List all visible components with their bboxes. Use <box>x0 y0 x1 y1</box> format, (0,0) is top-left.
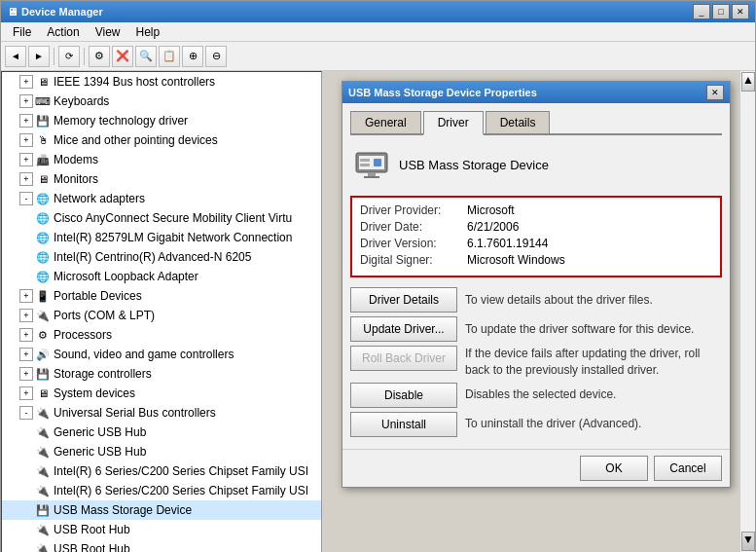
tree-item-ieee[interactable]: + 🖥 IEEE 1394 Bus host controllers <box>2 72 321 92</box>
refresh-button[interactable]: ⟳ <box>58 46 80 67</box>
expander-memory[interactable]: + <box>19 114 33 128</box>
signer-label: Digital Signer: <box>360 253 467 267</box>
tree-item-mice[interactable]: + 🖱 Mice and other pointing devices <box>2 130 321 150</box>
tree-item-usb-root-hub-2[interactable]: 🔌 USB Root Hub <box>2 539 321 552</box>
disable-button[interactable]: Disable <box>350 383 457 408</box>
properties-button[interactable]: ⚙ <box>89 46 110 67</box>
label-ieee: IEEE 1394 Bus host controllers <box>54 73 215 91</box>
driver-details-section: Driver Details To view details about the… <box>350 287 722 313</box>
tree-item-sound[interactable]: + 🔊 Sound, video and game controllers <box>2 345 321 364</box>
tree-item-generic-hub-1[interactable]: 🔌 Generic USB Hub <box>2 423 321 442</box>
menu-help[interactable]: Help <box>128 23 168 41</box>
dialog-footer: OK Cancel <box>342 449 730 487</box>
menu-view[interactable]: View <box>88 23 128 41</box>
label-usb-mass-storage: USB Mass Storage Device <box>54 501 192 519</box>
expander-ieee[interactable]: + <box>19 75 33 89</box>
toolbar-btn-7[interactable]: ⊖ <box>205 46 227 67</box>
tree-item-intel-82579[interactable]: 🌐 Intel(R) 82579LM Gigabit Network Conne… <box>2 228 321 247</box>
label-loopback: Microsoft Loopback Adapter <box>54 268 198 285</box>
title-bar-content: 🖥 Device Manager <box>7 6 103 18</box>
tree-item-generic-hub-2[interactable]: 🔌 Generic USB Hub <box>2 442 321 461</box>
scrollbar[interactable]: ▲ ▼ <box>739 71 755 552</box>
tab-driver[interactable]: Driver <box>423 111 484 135</box>
device-tree[interactable]: + 🖥 IEEE 1394 Bus host controllers + ⌨ K… <box>1 71 322 552</box>
tree-item-cisco[interactable]: 🌐 Cisco AnyConnect Secure Mobility Clien… <box>2 208 321 228</box>
tree-item-intel-chipset-1[interactable]: 🔌 Intel(R) 6 Series/C200 Series Chipset … <box>2 461 321 481</box>
tree-item-keyboards[interactable]: + ⌨ Keyboards <box>2 92 321 111</box>
tree-item-portable[interactable]: + 📱 Portable Devices <box>2 286 321 306</box>
disable-desc: Disables the selected device. <box>465 383 722 408</box>
tree-item-intel-chipset-2[interactable]: 🔌 Intel(R) 6 Series/C200 Series Chipset … <box>2 481 321 500</box>
icon-cisco: 🌐 <box>35 210 51 226</box>
toolbar-btn-6[interactable]: ⊕ <box>182 46 203 67</box>
expander-usb[interactable]: - <box>19 406 33 420</box>
icon-modems: 📠 <box>35 152 51 167</box>
svg-rect-4 <box>374 159 381 166</box>
device-manager-window: 🖥 Device Manager _ □ ✕ File Action View … <box>0 0 756 552</box>
menu-file[interactable]: File <box>5 23 39 41</box>
driver-details-button[interactable]: Driver Details <box>350 287 457 313</box>
device-name: USB Mass Storage Device <box>399 158 549 172</box>
expander-portable[interactable]: + <box>19 289 33 303</box>
provider-value: Microsoft <box>467 203 515 217</box>
toolbar: ◄ ► ⟳ ⚙ ❌ 🔍 📋 ⊕ ⊖ <box>1 42 755 71</box>
tree-item-usb-root-hub-1[interactable]: 🔌 USB Root Hub <box>2 520 321 539</box>
tree-item-monitors[interactable]: + 🖥 Monitors <box>2 169 321 189</box>
tree-item-loopback[interactable]: 🌐 Microsoft Loopback Adapter <box>2 267 321 286</box>
disable-section: Disable Disables the selected device. <box>350 383 722 408</box>
ok-button[interactable]: OK <box>580 456 648 481</box>
driver-details-desc: To view details about the driver files. <box>465 287 722 313</box>
update-driver-button[interactable]: Update Driver... <box>350 316 457 342</box>
driver-info-box: Driver Provider: Microsoft Driver Date: … <box>350 196 722 277</box>
scan-button[interactable]: 🔍 <box>135 46 157 67</box>
right-panel: USB Mass Storage Device Properties ✕ Gen… <box>322 71 755 552</box>
label-generic-hub-1: Generic USB Hub <box>54 423 146 441</box>
scroll-up-button[interactable]: ▲ <box>741 72 755 92</box>
tree-item-system[interactable]: + 🖥 System devices <box>2 384 321 403</box>
tab-general[interactable]: General <box>350 111 421 133</box>
menu-action[interactable]: Action <box>39 23 87 41</box>
expander-modems[interactable]: + <box>19 153 33 166</box>
tree-item-ports[interactable]: + 🔌 Ports (COM & LPT) <box>2 306 321 325</box>
tree-item-usb-controllers[interactable]: - 🔌 Universal Serial Bus controllers <box>2 403 321 423</box>
tree-item-storage[interactable]: + 💾 Storage controllers <box>2 364 321 384</box>
scroll-down-button[interactable]: ▼ <box>741 532 755 551</box>
expander-network[interactable]: - <box>19 192 33 205</box>
roll-back-driver-button[interactable]: Roll Back Driver <box>350 346 457 371</box>
tree-item-memory[interactable]: + 💾 Memory technology driver <box>2 111 321 130</box>
tree-item-processors[interactable]: + ⚙ Processors <box>2 325 321 345</box>
title-bar-controls: _ □ ✕ <box>693 4 749 19</box>
toolbar-btn-5[interactable]: 📋 <box>159 46 180 67</box>
tree-item-modems[interactable]: + 📠 Modems <box>2 150 321 169</box>
icon-ieee: 🖥 <box>35 74 51 90</box>
expander-sound[interactable]: + <box>19 348 33 361</box>
label-intel-centrino: Intel(R) Centrino(R) Advanced-N 6205 <box>54 248 251 266</box>
expander-system[interactable]: + <box>19 386 33 400</box>
cancel-button[interactable]: Cancel <box>654 456 722 481</box>
expander-ports[interactable]: + <box>19 309 33 322</box>
icon-monitors: 🖥 <box>35 171 51 187</box>
tree-item-usb-mass-storage[interactable]: 💾 USB Mass Storage Device <box>2 500 321 520</box>
minimize-button[interactable]: _ <box>693 4 710 19</box>
forward-button[interactable]: ► <box>28 46 50 67</box>
expander-monitors[interactable]: + <box>19 172 33 186</box>
tree-item-network[interactable]: - 🌐 Network adapters <box>2 189 321 208</box>
expander-keyboards[interactable]: + <box>19 94 33 108</box>
digital-signer-row: Digital Signer: Microsoft Windows <box>360 253 712 267</box>
back-button[interactable]: ◄ <box>5 46 26 67</box>
uninstall-button[interactable]: Uninstall <box>350 412 457 437</box>
expander-storage[interactable]: + <box>19 367 33 381</box>
label-generic-hub-2: Generic USB Hub <box>54 443 146 460</box>
uninstall-button[interactable]: ❌ <box>112 46 133 67</box>
expander-processors[interactable]: + <box>19 328 33 342</box>
driver-provider-row: Driver Provider: Microsoft <box>360 203 712 217</box>
tree-item-intel-centrino[interactable]: 🌐 Intel(R) Centrino(R) Advanced-N 6205 <box>2 247 321 267</box>
icon-keyboards: ⌨ <box>35 93 51 109</box>
maximize-button[interactable]: □ <box>712 4 730 19</box>
dialog-close-button[interactable]: ✕ <box>706 85 724 100</box>
close-button[interactable]: ✕ <box>732 4 749 19</box>
icon-memory: 💾 <box>35 113 51 129</box>
expander-mice[interactable]: + <box>19 133 33 147</box>
device-icon <box>354 147 389 182</box>
tab-details[interactable]: Details <box>486 111 551 133</box>
